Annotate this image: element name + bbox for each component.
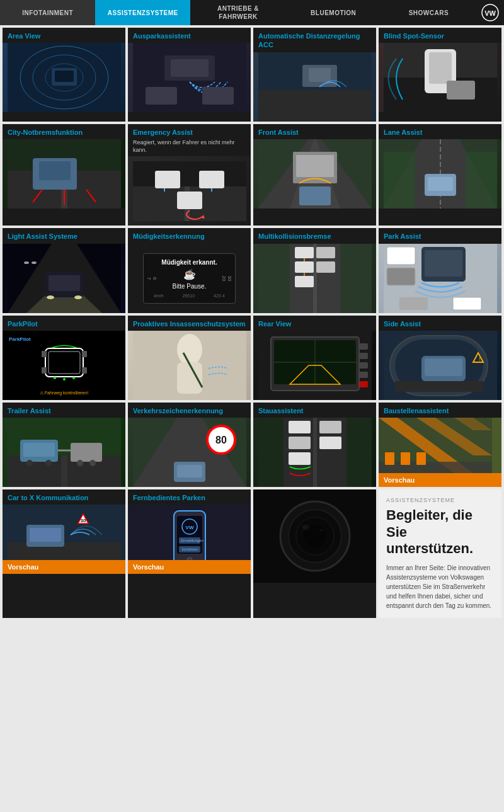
svg-rect-113 [71,443,102,462]
card-stauassistent[interactable]: Stauassistent [253,403,376,487]
svg-rect-135 [401,452,410,465]
card-city-notbremse[interactable]: City-Notbremsfunktion [3,124,125,226]
side-assist-image: ! [379,331,501,400]
emergency-assist-image [128,156,251,226]
svg-rect-128 [289,437,311,449]
remote-camera-image [253,489,376,583]
svg-text:Einstellungen: Einstellungen [181,539,203,542]
card-baustellenassistent[interactable]: Baustellenassistent Vorschau [379,403,501,487]
svg-point-58 [32,261,37,264]
card-mudigkeit[interactable]: Müdigkeitserkennung 67 3020 Müdigkeit er… [128,228,251,312]
card-acc[interactable]: Automatische Distanzregelung ACC [253,28,376,122]
svg-rect-130 [319,421,341,433]
mud-icon: ☕ [151,268,227,280]
svg-rect-10 [171,59,209,77]
trailer-assist-image [3,418,125,487]
svg-text:VW: VW [185,525,193,530]
vw-logo: VW [476,0,504,25]
multikollision-image [253,244,376,313]
svg-rect-68 [387,247,415,265]
ausparkassistent-image [128,43,251,112]
front-assist-image [253,139,376,209]
rear-view-title: Rear View [253,316,376,331]
card-front-assist[interactable]: Front Assist [253,124,376,226]
svg-rect-111 [23,443,55,457]
card-lane-assist[interactable]: Lane Assist [379,124,501,226]
emergency-assist-title: Emergency Assist [128,124,251,139]
card-ausparkassistent[interactable]: Ausparkassistent [128,28,251,122]
card-area-view[interactable]: Area View [3,28,125,122]
card-proaktiv[interactable]: Proaktives Insassenschutzsystem [128,316,251,400]
nav-showcars[interactable]: SHOWCARS [381,0,476,25]
svg-point-82 [63,378,66,380]
svg-rect-98 [359,381,368,387]
city-notbremse-title: City-Notbremsfunktion [3,124,125,139]
lane-assist-image [379,139,501,209]
svg-rect-77 [42,351,47,357]
svg-rect-66 [316,261,335,273]
svg-rect-79 [42,367,47,374]
blind-spot-title: Blind Spot-Sensor [379,28,501,43]
nav-antriebe[interactable]: ANTRIEBE &FAHRWERK [190,0,285,25]
carx-image: 30 Vorschau [3,505,125,574]
svg-rect-74 [14,343,115,391]
proaktiv-title: Proaktives Insassenschutzsystem [128,316,251,331]
city-notbremse-image [3,139,125,209]
nav-assistenzsysteme[interactable]: ASSISTENZSYSTEME [95,0,190,25]
emergency-assist-subtitle: Reagiert, wenn der Fahrer es nicht mehr … [128,139,251,156]
card-carx[interactable]: Car to X Kommunikation 30 Vorschau [3,489,125,618]
acc-image [253,52,376,122]
svg-rect-65 [316,247,335,258]
svg-rect-140 [30,528,61,542]
info-headline: Begleiter, die Sie unterstützen. [386,507,494,557]
nav-infotainment[interactable]: INFOTAINMENT [0,0,95,25]
svg-point-117 [45,460,52,466]
svg-rect-109 [61,455,67,487]
card-remote-camera[interactable] [253,489,376,618]
nav-bluemotion[interactable]: BLUEMOTION [286,0,381,25]
mudigkeit-image: 67 3020 Müdigkeit erkannt. ☕ Bitte Pause… [128,244,251,313]
svg-point-159 [319,529,323,532]
svg-rect-33 [155,171,180,188]
svg-rect-73 [453,297,481,310]
svg-point-81 [54,377,56,379]
card-multikollision[interactable]: Multikollisionsbremse [253,228,376,312]
card-side-assist[interactable]: Side Assist ! [379,316,501,400]
card-verkehr[interactable]: Verkehrszeichenerkennung 80 [128,403,251,487]
card-fern[interactable]: Fernbedientes Parken VW Einstellungen Ei… [128,489,251,618]
main-nav: INFOTAINMENT ASSISTENZSYSTEME ANTRIEBE &… [0,0,504,25]
mud-numbers: km/h26510423.4 [151,294,227,298]
svg-text:!: ! [479,356,481,362]
svg-rect-41 [296,155,334,177]
svg-rect-80 [82,367,87,374]
card-trailer-assist[interactable]: Trailer Assist [3,403,125,487]
svg-text:Einfahren: Einfahren [182,547,198,551]
svg-point-114 [77,460,83,466]
svg-rect-63 [295,261,314,273]
multikollision-title: Multikollisionsbremse [253,228,376,243]
trailer-assist-title: Trailer Assist [3,403,125,418]
svg-point-57 [24,261,29,264]
mudigkeit-title: Müdigkeitserkennung [128,228,251,243]
svg-point-158 [302,525,309,530]
svg-rect-26 [39,161,71,180]
card-rear-view[interactable]: Rear View [253,316,376,400]
svg-rect-126 [313,418,317,487]
mud-title: Müdigkeit erkannt. [151,259,227,266]
card-emergency-assist[interactable]: Emergency Assist Reagiert, wenn der Fahr… [128,124,251,226]
baustellenassistent-image: Vorschau [379,418,501,487]
svg-rect-14 [258,90,372,122]
park-assist-title: Park Assist [379,228,501,243]
card-info: ASSISTENZSYSTEME Begleiter, die Sie unte… [379,489,501,618]
svg-point-116 [26,460,33,466]
svg-rect-123 [177,465,202,477]
card-light-assist[interactable]: Light Assist Systeme [3,228,125,312]
parkpilot-warning: ⚠ Fahrweg kontrollieren! [6,391,122,396]
card-blind-spot[interactable]: Blind Spot-Sensor [379,28,501,122]
baustellenassistent-vorschau: Vorschau [379,473,501,487]
svg-rect-69 [387,268,415,285]
card-parkpilot[interactable]: ParkPilot ParkPilot ⚠ Fahrweg kont [3,316,125,400]
card-park-assist[interactable]: Park Assist [379,228,501,312]
area-view-image [3,43,125,112]
carx-title: Car to X Kommunikation [3,489,125,505]
